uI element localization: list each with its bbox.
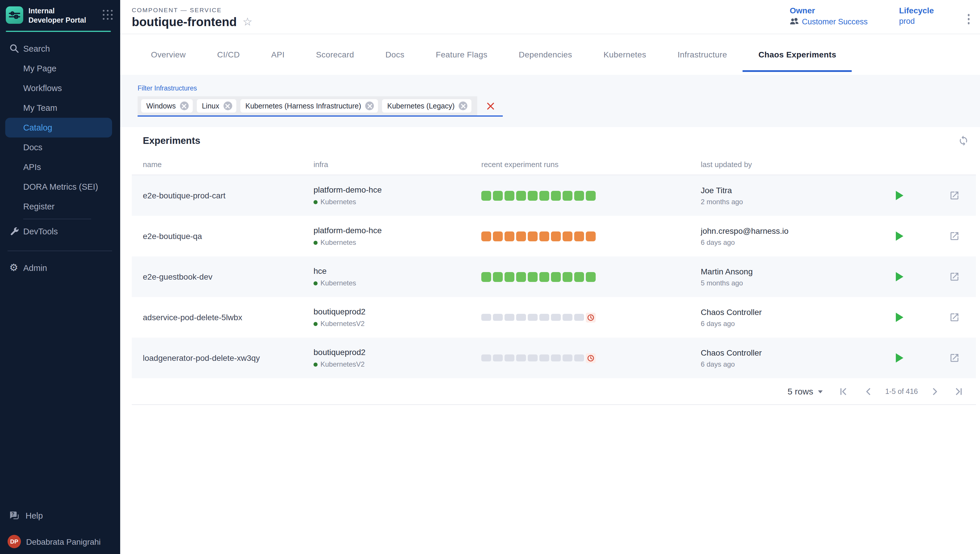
updated-by: Martin Ansong — [701, 267, 892, 276]
table-row[interactable]: e2e-boutique-qa platform-demo-hce Kubern… — [132, 216, 976, 256]
owner-link[interactable]: Customer Success — [790, 17, 868, 27]
updated-ago: 2 months ago — [701, 197, 892, 205]
recent-runs — [481, 312, 701, 322]
recent-runs — [481, 231, 701, 241]
run-experiment-play-icon[interactable] — [896, 353, 903, 363]
open-external-link-icon[interactable] — [949, 231, 960, 241]
run-status-square — [563, 191, 573, 201]
clear-all-filters-icon[interactable] — [487, 102, 495, 110]
open-external-link-icon[interactable] — [949, 272, 960, 282]
help-button[interactable]: ? Help — [0, 506, 120, 525]
run-status-square — [574, 355, 584, 361]
run-status-square — [493, 314, 503, 321]
table-row[interactable]: e2e-guestbook-dev hce Kubernetes Martin … — [132, 256, 976, 297]
owner-block: Owner Customer Success — [790, 6, 868, 27]
tab-bar: Overview CI/CD API Scorecard Docs Featur… — [120, 34, 980, 75]
run-status-square — [504, 231, 514, 241]
updated-ago: 6 days ago — [701, 360, 892, 368]
filter-chip-field[interactable]: Windows Linux Kubernetes (Harness Infras… — [137, 96, 477, 115]
app-grid-icon[interactable] — [103, 10, 113, 20]
user-menu[interactable]: DP Debabrata Panigrahi — [0, 535, 120, 548]
experiments-title: Experiments — [143, 135, 200, 146]
sidebar-item-dora-metrics[interactable]: DORA Metrics (SEI) — [0, 177, 120, 196]
remove-chip-icon[interactable] — [223, 102, 232, 110]
run-status-square — [493, 191, 503, 201]
run-experiment-play-icon[interactable] — [896, 191, 903, 200]
tab-docs[interactable]: Docs — [370, 34, 420, 75]
tab-infrastructure[interactable]: Infrastructure — [662, 34, 743, 75]
updated-ago: 6 days ago — [701, 319, 892, 328]
column-header-name: name — [143, 160, 313, 169]
experiments-card: Experiments name infra recent experiment… — [132, 127, 976, 405]
lifecycle-label: Lifecycle — [899, 6, 934, 15]
sidebar-item-admin[interactable]: ⚙ Admin — [0, 258, 120, 278]
infra-name: boutiqueprod2 — [313, 347, 481, 357]
run-status-square — [481, 272, 491, 282]
tab-feature-flags[interactable]: Feature Flags — [420, 34, 503, 75]
status-dot — [313, 322, 318, 326]
sidebar-item-docs[interactable]: Docs — [0, 137, 120, 157]
remove-chip-icon[interactable] — [180, 102, 188, 110]
more-options-kebab-icon[interactable] — [965, 11, 972, 28]
portal-logo-icon[interactable] — [6, 6, 23, 24]
open-external-link-icon[interactable] — [949, 312, 960, 323]
tab-scorecard[interactable]: Scorecard — [300, 34, 370, 75]
run-status-square — [528, 191, 538, 201]
sidebar-item-apis[interactable]: APIs — [0, 157, 120, 177]
table-row[interactable]: e2e-boutique-prod-cart platform-demo-hce… — [132, 175, 976, 216]
table-row[interactable]: adservice-pod-delete-5lwbx boutiqueprod2… — [132, 297, 976, 337]
sidebar-item-devtools[interactable]: DevTools — [0, 221, 120, 241]
table-row[interactable]: loadgenerator-pod-delete-xw3qy boutiquep… — [132, 337, 976, 378]
run-status-square — [574, 191, 584, 201]
run-status-square — [551, 191, 561, 201]
previous-page-icon[interactable] — [859, 387, 878, 396]
sidebar-item-register[interactable]: Register — [0, 196, 120, 216]
run-status-square — [528, 355, 538, 361]
first-page-icon[interactable] — [833, 387, 852, 396]
sidebar-item-search[interactable]: Search — [0, 38, 120, 58]
sidebar-item-workflows[interactable]: Workflows — [0, 78, 120, 98]
sidebar-item-my-team[interactable]: My Team — [0, 98, 120, 118]
remove-chip-icon[interactable] — [365, 102, 374, 110]
run-status-square — [551, 314, 561, 321]
run-status-square — [481, 355, 491, 361]
run-status-square — [551, 355, 561, 361]
run-status-square — [539, 272, 549, 282]
run-status-square — [481, 191, 491, 201]
remove-chip-icon[interactable] — [459, 102, 468, 110]
refresh-icon[interactable] — [958, 135, 969, 146]
run-experiment-play-icon[interactable] — [896, 231, 903, 241]
user-name: Debabrata Panigrahi — [26, 537, 101, 546]
infra-name: boutiqueprod2 — [313, 307, 481, 316]
tab-cicd[interactable]: CI/CD — [201, 34, 255, 75]
tab-kubernetes[interactable]: Kubernetes — [588, 34, 662, 75]
next-page-icon[interactable] — [925, 387, 945, 396]
sidebar-item-catalog[interactable]: Catalog — [5, 118, 112, 137]
run-status-square — [516, 272, 526, 282]
rows-per-page-select[interactable]: 5 rows — [788, 386, 822, 396]
wrench-icon — [9, 226, 23, 236]
tab-api[interactable]: API — [255, 34, 300, 75]
sidebar-item-my-page[interactable]: My Page — [0, 58, 120, 78]
people-icon — [790, 17, 799, 27]
tab-chaos-experiments[interactable]: Chaos Experiments — [743, 34, 852, 75]
open-external-link-icon[interactable] — [949, 353, 960, 363]
tab-overview[interactable]: Overview — [135, 34, 201, 75]
sidebar-item-label: Search — [23, 44, 50, 53]
tab-dependencies[interactable]: Dependencies — [503, 34, 588, 75]
last-page-icon[interactable] — [949, 387, 969, 396]
filter-input[interactable]: Windows Linux Kubernetes (Harness Infras… — [137, 96, 503, 116]
run-experiment-play-icon[interactable] — [896, 313, 903, 322]
sidebar: Internal Developer Portal Search My Page — [0, 0, 120, 554]
infra-type: Kubernetes — [321, 239, 356, 247]
experiment-name: e2e-boutique-prod-cart — [143, 191, 313, 200]
sidebar-header: Internal Developer Portal — [0, 0, 120, 30]
portal-title: Internal Developer Portal — [29, 6, 89, 25]
status-dot — [313, 362, 318, 366]
run-experiment-play-icon[interactable] — [896, 272, 903, 281]
recent-runs — [481, 353, 701, 363]
open-external-link-icon[interactable] — [949, 190, 960, 201]
search-icon — [9, 43, 23, 53]
run-status-square — [539, 191, 549, 201]
favorite-star-icon[interactable]: ☆ — [243, 15, 252, 29]
